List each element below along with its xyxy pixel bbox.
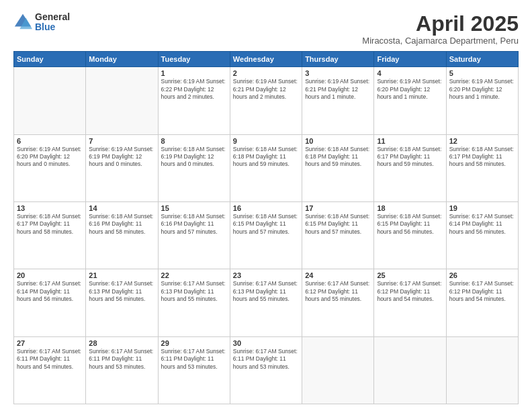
calendar-week-5: 27Sunrise: 6:17 AM Sunset: 6:11 PM Dayli… — [14, 336, 519, 404]
calendar-cell — [374, 336, 446, 404]
day-number: 9 — [233, 137, 299, 145]
day-info: Sunrise: 6:19 AM Sunset: 6:20 PM Dayligh… — [17, 146, 83, 169]
calendar-table: SundayMondayTuesdayWednesdayThursdayFrid… — [13, 51, 519, 404]
calendar-cell: 2Sunrise: 6:19 AM Sunset: 6:21 PM Daylig… — [230, 67, 302, 134]
day-number: 19 — [449, 204, 515, 212]
calendar-cell: 4Sunrise: 6:19 AM Sunset: 6:20 PM Daylig… — [374, 67, 446, 134]
calendar-cell: 26Sunrise: 6:17 AM Sunset: 6:12 PM Dayli… — [446, 269, 518, 336]
calendar-cell: 10Sunrise: 6:18 AM Sunset: 6:18 PM Dayli… — [302, 134, 374, 201]
day-number: 7 — [89, 137, 154, 145]
calendar-header-sunday: Sunday — [14, 52, 86, 67]
day-info: Sunrise: 6:17 AM Sunset: 6:13 PM Dayligh… — [233, 280, 299, 303]
day-info: Sunrise: 6:19 AM Sunset: 6:21 PM Dayligh… — [233, 78, 299, 101]
calendar-cell: 28Sunrise: 6:17 AM Sunset: 6:11 PM Dayli… — [86, 336, 158, 404]
day-number: 13 — [17, 204, 83, 212]
day-number: 5 — [449, 69, 515, 77]
day-info: Sunrise: 6:17 AM Sunset: 6:11 PM Dayligh… — [89, 348, 154, 371]
calendar-cell: 24Sunrise: 6:17 AM Sunset: 6:12 PM Dayli… — [302, 269, 374, 336]
calendar-cell: 21Sunrise: 6:17 AM Sunset: 6:13 PM Dayli… — [86, 269, 158, 336]
day-number: 20 — [17, 271, 83, 279]
calendar-cell: 7Sunrise: 6:19 AM Sunset: 6:19 PM Daylig… — [86, 134, 158, 201]
day-number: 4 — [377, 69, 443, 77]
calendar-cell — [446, 336, 518, 404]
calendar-cell: 16Sunrise: 6:18 AM Sunset: 6:15 PM Dayli… — [230, 201, 302, 269]
day-info: Sunrise: 6:18 AM Sunset: 6:15 PM Dayligh… — [305, 213, 371, 236]
day-info: Sunrise: 6:17 AM Sunset: 6:12 PM Dayligh… — [449, 280, 515, 303]
day-number: 6 — [17, 137, 83, 145]
day-info: Sunrise: 6:19 AM Sunset: 6:21 PM Dayligh… — [305, 78, 371, 101]
calendar-cell: 25Sunrise: 6:17 AM Sunset: 6:12 PM Dayli… — [374, 269, 446, 336]
day-number: 12 — [449, 137, 515, 145]
calendar-week-2: 6Sunrise: 6:19 AM Sunset: 6:20 PM Daylig… — [14, 134, 519, 201]
calendar-cell: 12Sunrise: 6:18 AM Sunset: 6:17 PM Dayli… — [446, 134, 518, 201]
calendar-cell: 20Sunrise: 6:17 AM Sunset: 6:14 PM Dayli… — [14, 269, 86, 336]
calendar-header-wednesday: Wednesday — [230, 52, 302, 67]
day-info: Sunrise: 6:19 AM Sunset: 6:20 PM Dayligh… — [377, 78, 443, 101]
day-info: Sunrise: 6:17 AM Sunset: 6:11 PM Dayligh… — [17, 348, 83, 371]
calendar-cell: 5Sunrise: 6:19 AM Sunset: 6:20 PM Daylig… — [446, 67, 518, 134]
calendar-cell: 19Sunrise: 6:17 AM Sunset: 6:14 PM Dayli… — [446, 201, 518, 269]
logo: General Blue — [13, 12, 70, 33]
day-info: Sunrise: 6:18 AM Sunset: 6:17 PM Dayligh… — [449, 146, 515, 169]
logo-text: General Blue — [35, 12, 70, 33]
calendar-cell: 23Sunrise: 6:17 AM Sunset: 6:13 PM Dayli… — [230, 269, 302, 336]
day-number: 14 — [89, 204, 154, 212]
day-info: Sunrise: 6:19 AM Sunset: 6:19 PM Dayligh… — [89, 146, 154, 169]
page: General Blue April 2025 Miracosta, Cajam… — [0, 0, 532, 411]
day-number: 1 — [161, 69, 227, 77]
calendar-header-friday: Friday — [374, 52, 446, 67]
day-info: Sunrise: 6:19 AM Sunset: 6:20 PM Dayligh… — [449, 78, 515, 101]
calendar-cell: 17Sunrise: 6:18 AM Sunset: 6:15 PM Dayli… — [302, 201, 374, 269]
calendar-cell: 3Sunrise: 6:19 AM Sunset: 6:21 PM Daylig… — [302, 67, 374, 134]
day-number: 23 — [233, 271, 299, 279]
month-title: April 2025 — [362, 12, 519, 36]
calendar-header-monday: Monday — [86, 52, 158, 67]
logo-blue-label: Blue — [35, 22, 70, 32]
day-number: 11 — [377, 137, 443, 145]
day-number: 3 — [305, 69, 371, 77]
day-info: Sunrise: 6:17 AM Sunset: 6:12 PM Dayligh… — [305, 280, 371, 303]
day-number: 28 — [89, 339, 154, 347]
day-info: Sunrise: 6:18 AM Sunset: 6:17 PM Dayligh… — [17, 213, 83, 236]
day-info: Sunrise: 6:17 AM Sunset: 6:11 PM Dayligh… — [161, 348, 227, 371]
day-number: 16 — [233, 204, 299, 212]
day-number: 17 — [305, 204, 371, 212]
calendar-cell — [86, 67, 158, 134]
calendar-header-tuesday: Tuesday — [158, 52, 230, 67]
calendar-cell: 9Sunrise: 6:18 AM Sunset: 6:18 PM Daylig… — [230, 134, 302, 201]
day-info: Sunrise: 6:18 AM Sunset: 6:16 PM Dayligh… — [89, 213, 154, 236]
calendar-cell — [302, 336, 374, 404]
day-number: 24 — [305, 271, 371, 279]
day-number: 8 — [161, 137, 227, 145]
calendar-week-3: 13Sunrise: 6:18 AM Sunset: 6:17 PM Dayli… — [14, 201, 519, 269]
day-number: 10 — [305, 137, 371, 145]
day-info: Sunrise: 6:17 AM Sunset: 6:14 PM Dayligh… — [17, 280, 83, 303]
day-info: Sunrise: 6:19 AM Sunset: 6:22 PM Dayligh… — [161, 78, 227, 101]
calendar-cell: 18Sunrise: 6:18 AM Sunset: 6:15 PM Dayli… — [374, 201, 446, 269]
day-info: Sunrise: 6:18 AM Sunset: 6:18 PM Dayligh… — [305, 146, 371, 169]
day-number: 2 — [233, 69, 299, 77]
title-block: April 2025 Miracosta, Cajamarca Departme… — [362, 12, 519, 46]
calendar-cell: 1Sunrise: 6:19 AM Sunset: 6:22 PM Daylig… — [158, 67, 230, 134]
day-info: Sunrise: 6:17 AM Sunset: 6:13 PM Dayligh… — [89, 280, 154, 303]
day-number: 15 — [161, 204, 227, 212]
calendar-cell: 29Sunrise: 6:17 AM Sunset: 6:11 PM Dayli… — [158, 336, 230, 404]
calendar-week-4: 20Sunrise: 6:17 AM Sunset: 6:14 PM Dayli… — [14, 269, 519, 336]
day-info: Sunrise: 6:18 AM Sunset: 6:18 PM Dayligh… — [233, 146, 299, 169]
day-number: 22 — [161, 271, 227, 279]
calendar-week-1: 1Sunrise: 6:19 AM Sunset: 6:22 PM Daylig… — [14, 67, 519, 134]
day-number: 30 — [233, 339, 299, 347]
day-info: Sunrise: 6:17 AM Sunset: 6:11 PM Dayligh… — [233, 348, 299, 371]
calendar-cell — [14, 67, 86, 134]
logo-general-label: General — [35, 12, 70, 22]
calendar-header-saturday: Saturday — [446, 52, 518, 67]
day-number: 29 — [161, 339, 227, 347]
calendar-cell: 22Sunrise: 6:17 AM Sunset: 6:13 PM Dayli… — [158, 269, 230, 336]
calendar-cell: 15Sunrise: 6:18 AM Sunset: 6:16 PM Dayli… — [158, 201, 230, 269]
day-info: Sunrise: 6:17 AM Sunset: 6:12 PM Dayligh… — [377, 280, 443, 303]
calendar-cell: 8Sunrise: 6:18 AM Sunset: 6:19 PM Daylig… — [158, 134, 230, 201]
day-number: 25 — [377, 271, 443, 279]
calendar-cell: 13Sunrise: 6:18 AM Sunset: 6:17 PM Dayli… — [14, 201, 86, 269]
day-info: Sunrise: 6:17 AM Sunset: 6:14 PM Dayligh… — [449, 213, 515, 236]
day-number: 21 — [89, 271, 154, 279]
